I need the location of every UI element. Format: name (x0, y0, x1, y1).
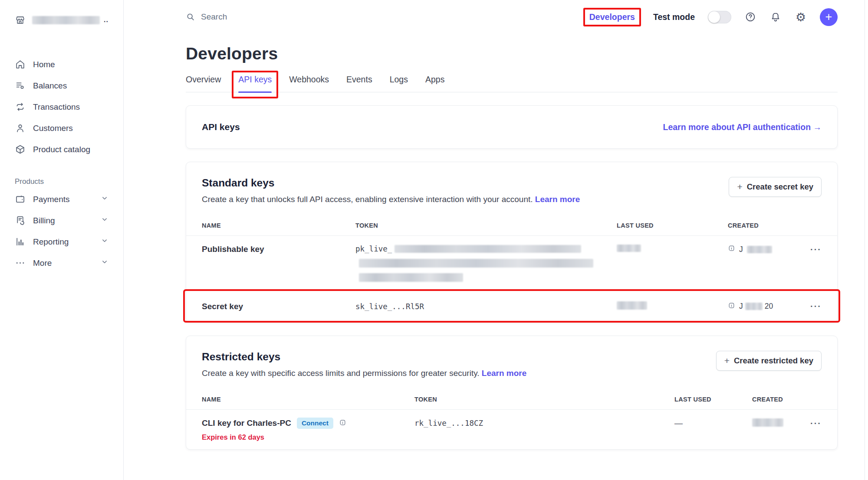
standard-keys-card: Standard keys Create a key that unlocks … (186, 162, 838, 323)
learn-more-api-auth-link[interactable]: Learn more about API authentication → (663, 122, 822, 132)
create-restricted-key-button[interactable]: + Create restricted key (716, 351, 822, 371)
home-icon (15, 59, 26, 70)
created-visible-text: 20 (765, 302, 773, 311)
chevron-down-icon (101, 194, 108, 204)
stripe-dashboard: .. Home Balances Transactions (0, 0, 868, 480)
tab-bar: Overview API keys Webhooks Events Logs A… (186, 75, 838, 92)
search-icon (186, 12, 195, 22)
help-icon[interactable] (744, 11, 756, 23)
key-name: Publishable key (202, 245, 355, 254)
chevron-down-icon (101, 216, 108, 225)
token-redacted (359, 259, 593, 268)
created-redacted (752, 418, 783, 427)
restricted-keys-title: Restricted keys (202, 351, 526, 363)
plus-icon: + (724, 356, 730, 366)
developers-link[interactable]: Developers (589, 12, 635, 22)
connect-badge: Connect (297, 418, 333, 429)
account-switcher[interactable]: .. (0, 11, 123, 29)
token-prefix: pk_live_ (355, 245, 392, 253)
create-restricted-key-label: Create restricted key (734, 356, 813, 366)
key-name: CLI key for Charles-PC (202, 418, 291, 428)
sidebar-item-label: Billing (33, 216, 93, 225)
last-used-redacted (617, 245, 641, 252)
created-visible-text: J (739, 245, 743, 254)
last-used-redacted (617, 301, 647, 310)
api-keys-card: API keys Learn more about API authentica… (186, 105, 838, 149)
table-row-publishable-key: Publishable key pk_live_ J (186, 236, 837, 291)
column-last-used: LAST USED (674, 396, 752, 403)
main-content: Search Developers Test mode ⚙ + Develop (124, 0, 868, 450)
sidebar-item-label: Product catalog (33, 145, 108, 154)
column-token: TOKEN (355, 222, 617, 229)
info-icon[interactable] (339, 419, 346, 428)
sidebar-item-customers[interactable]: Customers (0, 118, 123, 139)
account-name-ellipsis: .. (104, 16, 108, 24)
search-placeholder: Search (201, 12, 227, 22)
sidebar-item-label: Balances (33, 81, 108, 91)
restricted-token[interactable]: rk_live_...18CZ (414, 419, 674, 428)
publishable-token[interactable]: pk_live_ (355, 245, 617, 282)
standard-keys-learn-more-link[interactable]: Learn more (535, 195, 580, 204)
settings-gear-icon[interactable]: ⚙ (795, 11, 807, 23)
key-name: Secret key (202, 302, 355, 311)
sidebar-item-label: Home (33, 60, 108, 69)
create-plus-button[interactable]: + (820, 8, 838, 26)
info-icon[interactable] (728, 245, 735, 254)
search-input[interactable]: Search (186, 12, 227, 22)
created-cell: J (728, 245, 810, 254)
sidebar-item-product-catalog[interactable]: Product catalog (0, 139, 123, 160)
created-cell: J 20 (728, 302, 810, 311)
sidebar-item-more[interactable]: More (0, 252, 123, 274)
chevron-down-icon (101, 237, 108, 247)
transactions-icon (15, 101, 26, 112)
sidebar-item-reporting[interactable]: Reporting (0, 231, 123, 252)
reporting-icon (15, 236, 26, 247)
tab-webhooks[interactable]: Webhooks (289, 75, 329, 92)
restricted-keys-card: Restricted keys Create a key with specif… (186, 336, 838, 450)
plus-icon: + (737, 182, 742, 192)
created-redacted (745, 303, 763, 310)
balances-icon (15, 80, 26, 91)
notifications-bell-icon[interactable] (769, 11, 782, 23)
tab-logs[interactable]: Logs (390, 75, 408, 92)
sidebar-item-payments[interactable]: Payments (0, 189, 123, 210)
sidebar-nav: Home Balances Transactions Customers (0, 54, 123, 274)
tab-apps[interactable]: Apps (425, 75, 444, 92)
restricted-keys-header: Restricted keys Create a key with specif… (186, 336, 837, 389)
expires-warning: Expires in 62 days (202, 433, 822, 441)
tab-overview[interactable]: Overview (186, 75, 221, 92)
info-icon[interactable] (728, 302, 735, 311)
billing-icon (15, 215, 26, 226)
column-last-used: LAST USED (617, 222, 728, 229)
standard-keys-description-text: Create a key that unlocks full API acces… (202, 195, 533, 204)
tab-api-keys[interactable]: API keys (238, 75, 272, 92)
toggle-knob (708, 11, 720, 23)
standard-keys-title: Standard keys (202, 177, 580, 189)
account-name-redacted (32, 16, 100, 24)
sidebar-item-label: Reporting (33, 237, 93, 247)
test-mode-toggle[interactable] (708, 11, 731, 23)
tab-events[interactable]: Events (346, 75, 372, 92)
token-redacted (359, 273, 463, 282)
secret-token[interactable]: sk_live_...Rl5R (355, 302, 617, 311)
sidebar-item-label: Transactions (33, 102, 108, 112)
sidebar-section-products: Products (0, 177, 123, 186)
sidebar-item-billing[interactable]: Billing (0, 210, 123, 231)
chevron-down-icon (101, 258, 108, 268)
more-dots-icon (15, 258, 26, 268)
row-overflow-menu[interactable]: ··· (810, 301, 822, 311)
tab-api-keys-label: API keys (238, 75, 272, 84)
create-secret-key-button[interactable]: + Create secret key (729, 177, 822, 197)
sidebar-item-home[interactable]: Home (0, 54, 123, 75)
sidebar: .. Home Balances Transactions (0, 0, 124, 480)
sidebar-item-transactions[interactable]: Transactions (0, 96, 123, 118)
table-row-secret-key: Secret key sk_live_...Rl5R J 20 ··· (186, 291, 837, 322)
api-keys-card-title: API keys (202, 122, 240, 132)
row-overflow-menu[interactable]: ··· (810, 245, 822, 255)
row-overflow-menu[interactable]: ··· (809, 418, 822, 428)
table-row-cli-key: CLI key for Charles-PC Connect rk_live_.… (186, 410, 837, 449)
restricted-keys-learn-more-link[interactable]: Learn more (482, 369, 526, 378)
standard-keys-table-header: NAME TOKEN LAST USED CREATED (186, 216, 837, 236)
column-created: CREATED (752, 396, 809, 403)
sidebar-item-balances[interactable]: Balances (0, 75, 123, 96)
